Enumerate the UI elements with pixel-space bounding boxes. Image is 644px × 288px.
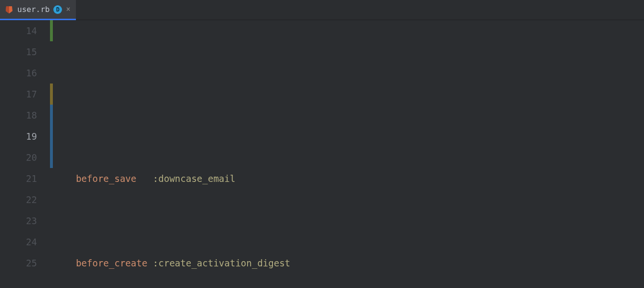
- ruby-file-icon: [5, 5, 13, 14]
- line-number[interactable]: 23: [0, 210, 37, 231]
- file-tab[interactable]: user.rb D ×: [0, 0, 76, 20]
- code-line: before_save :downcase_email: [65, 168, 644, 189]
- vcs-status-badge: D: [53, 5, 62, 14]
- close-tab-icon[interactable]: ×: [66, 6, 70, 13]
- line-number[interactable]: 15: [0, 41, 37, 62]
- line-number[interactable]: 24: [0, 231, 37, 252]
- code-line: [65, 84, 644, 105]
- tab-bar: user.rb D ×: [0, 0, 644, 20]
- code-area[interactable]: before_save :downcase_email before_creat…: [50, 20, 644, 288]
- line-number[interactable]: 22: [0, 189, 37, 210]
- line-number[interactable]: 14: [0, 20, 37, 41]
- line-number[interactable]: 19: [0, 126, 37, 147]
- code-line: before_create :create_activation_digest: [65, 252, 644, 274]
- editor: 14 15 16 17 18 19 20 21 22 23 24 25 befo…: [0, 20, 644, 288]
- line-number[interactable]: 25: [0, 252, 37, 274]
- gutter: 14 15 16 17 18 19 20 21 22 23 24 25: [0, 20, 50, 288]
- line-number[interactable]: 18: [0, 105, 37, 126]
- line-number[interactable]: 16: [0, 62, 37, 84]
- tab-filename: user.rb: [17, 5, 50, 14]
- line-number[interactable]: 17: [0, 84, 37, 105]
- svg-marker-1: [6, 6, 9, 13]
- line-number[interactable]: 21: [0, 168, 37, 189]
- line-number[interactable]: 20: [0, 147, 37, 168]
